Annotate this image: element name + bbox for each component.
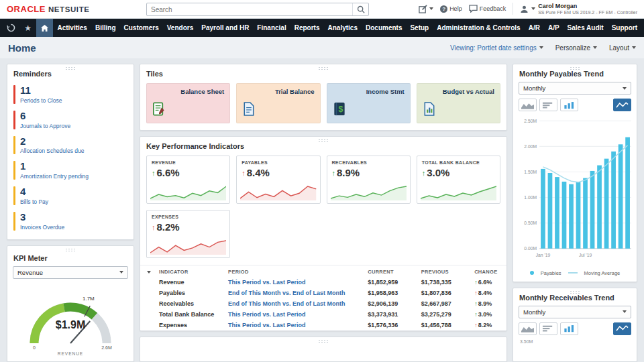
line-chart-button-receivables[interactable]: [613, 322, 631, 335]
tile-budget-vs-actual[interactable]: Budget vs Actual: [417, 83, 500, 123]
viewing-portlet-date-settings-menu[interactable]: Viewing: Portlet date settings: [450, 44, 543, 52]
kpi-card-receivables[interactable]: RECEIVABLES↑8.9%: [327, 156, 411, 204]
nav-item-billing[interactable]: Billing: [91, 19, 120, 37]
layout-menu[interactable]: Layout: [609, 44, 636, 52]
kpi-change: ↑8.4%: [241, 167, 315, 178]
nav-item-activities[interactable]: Activities: [53, 19, 91, 37]
portlet-drag-handle[interactable]: [65, 66, 76, 70]
nav-item-customers[interactable]: Customers: [120, 19, 163, 37]
reminder-link[interactable]: Bills to Pay: [20, 198, 48, 205]
home-button[interactable]: [36, 19, 53, 37]
reminder-link[interactable]: Allocation Schedules due: [20, 147, 84, 154]
payables-chart: 0.00M0.50M1.00M1.50M2.00M2.50MJan '19Jul…: [516, 115, 634, 268]
nav-item-reports[interactable]: Reports: [290, 19, 324, 37]
column-chart-button-receivables[interactable]: [560, 322, 578, 335]
reminder-item[interactable]: 4Bills to Pay: [7, 183, 133, 208]
row-period-link[interactable]: This Period vs. Last Period: [224, 309, 364, 320]
nav-item-documents[interactable]: Documents: [362, 19, 406, 37]
create-new-menu[interactable]: [419, 5, 433, 13]
user-menu[interactable]: Carol Morgan SS Pure FF EM US 2019.2 - F…: [520, 3, 637, 15]
nav-item-support[interactable]: Support: [608, 19, 641, 37]
nav-item-analytics[interactable]: Analytics: [324, 19, 362, 37]
gauge-min-label: 0: [33, 345, 36, 350]
row-previous: $1,807,836: [417, 288, 470, 298]
row-period-link[interactable]: This Period vs. Last Period: [224, 320, 364, 330]
kpi-card-payables[interactable]: PAYABLES↑8.4%: [236, 156, 320, 204]
legend-moving-average-label: Moving Average: [584, 270, 621, 276]
payables-period-select[interactable]: Monthly: [519, 82, 631, 95]
shortcuts-button[interactable]: ★: [19, 19, 36, 37]
tile-label: Trial Balance: [275, 88, 315, 95]
portlet-drag-handle[interactable]: [65, 248, 76, 251]
page-header-actions: Viewing: Portlet date settings Personali…: [450, 44, 636, 52]
kpi-card-expenses[interactable]: EXPENSES↑8.2%: [146, 210, 230, 258]
row-change: ↑6.6%: [470, 277, 506, 288]
reminder-link[interactable]: Amortization Entry pending: [20, 173, 89, 180]
reminder-item[interactable]: 2Allocation Schedules due: [7, 133, 133, 158]
kpi-table-row: ReceivablesEnd of This Month vs. End of …: [140, 298, 506, 309]
portlet-drag-handle[interactable]: [318, 339, 329, 343]
area-chart-button-receivables[interactable]: [519, 322, 537, 335]
portlet-drag-handle[interactable]: [318, 139, 329, 142]
trend-up-arrow-icon: ↑: [474, 311, 478, 318]
kpi-card-total-bank-balance[interactable]: TOTAL BANK BALANCE↑3.0%: [417, 156, 500, 204]
chevron-down-icon: [623, 310, 627, 313]
reminder-severity-bar: [13, 85, 15, 104]
reminder-item[interactable]: 11Periods to Close: [7, 82, 133, 107]
reminder-count: 2: [20, 136, 84, 147]
reminder-count: 4: [20, 186, 48, 197]
nav-item-a-r[interactable]: A/R: [525, 19, 544, 37]
nav-item-vendors[interactable]: Vendors: [163, 19, 197, 37]
row-period-link[interactable]: This Period vs. Last Period: [224, 277, 364, 288]
kpi-sparkline-chart: [421, 183, 496, 200]
payables-legend: Payables Moving Average: [513, 268, 637, 282]
portlet-drag-handle[interactable]: [570, 66, 580, 70]
row-current: $2,906,139: [364, 298, 417, 309]
row-spacer: [140, 298, 155, 309]
netsuite-logo[interactable]: ORACLE NETSUITE: [7, 4, 90, 14]
recent-records-button[interactable]: [3, 19, 19, 37]
reminder-item[interactable]: 3Invoices Overdue: [7, 208, 133, 234]
chevron-down-icon: [593, 46, 597, 49]
reminder-link[interactable]: Invoices Overdue: [20, 224, 64, 231]
nav-item-financial[interactable]: Financial: [253, 19, 290, 37]
receivables-period-select[interactable]: Monthly: [519, 306, 631, 318]
line-chart-button-payables[interactable]: [613, 99, 631, 111]
kpi-meter-metric-select[interactable]: Revenue: [13, 266, 128, 279]
tile-trial-balance[interactable]: Trial Balance: [236, 83, 320, 123]
kpi-table-filter[interactable]: [140, 265, 155, 278]
reminder-link[interactable]: Journals to Approve: [20, 123, 70, 129]
svg-text:$: $: [338, 105, 343, 114]
nav-item-payroll-and-hr[interactable]: Payroll and HR: [197, 19, 253, 37]
chevron-down-icon: [623, 87, 627, 90]
kpi-card-revenue[interactable]: REVENUE↑6.6%: [146, 156, 230, 204]
row-period-link[interactable]: End of This Month vs. End of Last Month: [224, 288, 364, 298]
tile-income-stmt[interactable]: $Income Stmt: [327, 83, 411, 123]
personalize-menu[interactable]: Personalize: [555, 44, 597, 52]
row-period-link[interactable]: End of This Month vs. End of Last Month: [224, 298, 364, 309]
area-chart-button-payables[interactable]: [519, 99, 537, 111]
star-icon: ★: [24, 23, 32, 33]
portlet-drag-handle[interactable]: [570, 290, 580, 294]
search-input[interactable]: [147, 6, 352, 13]
reminder-link[interactable]: Periods to Close: [20, 97, 62, 104]
nav-item-a-p[interactable]: A/P: [544, 19, 564, 37]
nav-item-administration-controls[interactable]: Administration & Controls: [433, 19, 524, 37]
search-button[interactable]: [352, 3, 368, 15]
nav-item-setup[interactable]: Setup: [406, 19, 433, 37]
column-chart-button-payables[interactable]: [560, 99, 578, 111]
help-menu[interactable]: ? Help: [440, 5, 462, 13]
reminder-item[interactable]: 6Journals to Approve: [7, 107, 133, 133]
hbar-chart-button-payables[interactable]: [539, 99, 557, 111]
tile-balance-sheet[interactable]: Balance Sheet: [146, 83, 230, 123]
row-change-value: 8.9%: [478, 300, 492, 307]
reminder-severity-bar: [13, 212, 15, 231]
portlet-drag-handle[interactable]: [318, 66, 329, 70]
feedback-menu[interactable]: Feedback: [469, 5, 506, 13]
row-previous: $1,738,335: [417, 277, 470, 288]
hbar-chart-button-receivables[interactable]: [539, 322, 557, 335]
layout-label: Layout: [609, 44, 629, 52]
reminder-item[interactable]: 1Amortization Entry pending: [7, 158, 133, 183]
netsuite-wordmark: NETSUITE: [48, 5, 90, 13]
nav-item-sales-audit[interactable]: Sales Audit: [564, 19, 608, 37]
